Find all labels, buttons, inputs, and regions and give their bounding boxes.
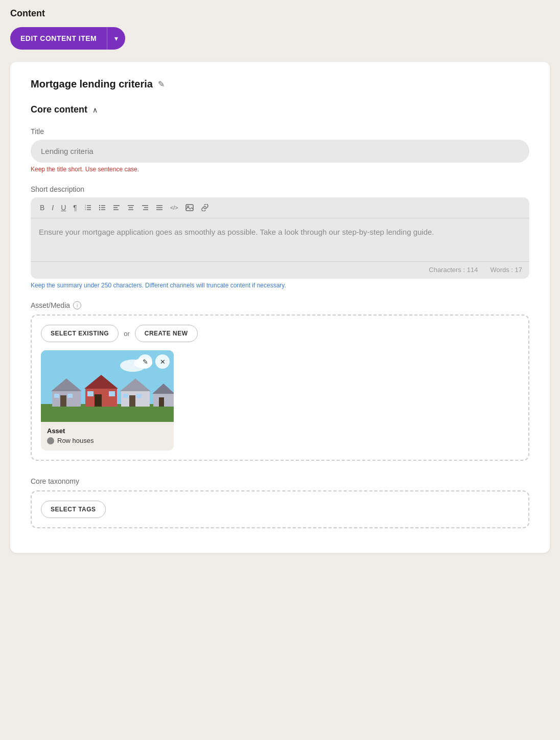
select-tags-button[interactable]: SELECT TAGS — [41, 501, 106, 518]
richtext-footer: Characters : 114 Words : 17 — [31, 261, 529, 279]
ordered-list-button[interactable]: 123 — [82, 203, 94, 213]
section-title: Core content — [31, 104, 87, 115]
characters-stat: Characters : 114 — [429, 266, 478, 274]
asset-status-dot — [47, 437, 54, 444]
asset-edit-button[interactable]: ✎ — [138, 354, 152, 369]
bold-button[interactable]: B — [38, 203, 46, 213]
code-button[interactable]: </> — [168, 204, 180, 212]
link-button[interactable] — [199, 203, 211, 213]
short-description-field-group: Short description B I U ¶ 123 — [31, 185, 529, 289]
richtext-toolbar: B I U ¶ 123 — [31, 197, 529, 218]
asset-media-section: Asset/Media i SELECT EXISTING or CREATE … — [31, 301, 529, 461]
svg-rect-47 — [159, 397, 164, 407]
richtext-editor: B I U ¶ 123 — [31, 197, 529, 279]
svg-rect-33 — [54, 394, 59, 398]
main-card: Mortgage lending criteria ✎ Core content… — [10, 62, 550, 553]
asset-label-row: Asset/Media i — [31, 301, 529, 309]
svg-point-8 — [99, 209, 100, 210]
align-justify-button[interactable] — [154, 203, 165, 213]
chevron-down-icon: ▾ — [107, 34, 125, 42]
asset-name: Row houses — [57, 437, 94, 444]
image-button[interactable] — [183, 203, 196, 213]
paragraph-button[interactable]: ¶ — [71, 203, 79, 213]
asset-remove-button[interactable]: ✕ — [155, 354, 170, 369]
title-label: Title — [31, 127, 529, 136]
edit-content-item-button[interactable]: EDIT CONTENT ITEM ▾ — [10, 27, 125, 50]
asset-image-actions: ✎ ✕ — [138, 354, 170, 369]
taxonomy-label: Core taxonomy — [31, 477, 529, 485]
asset-info: Asset Row houses — [41, 422, 174, 451]
svg-text:3: 3 — [85, 208, 86, 211]
svg-rect-34 — [67, 394, 73, 398]
title-input[interactable] — [31, 140, 529, 163]
align-right-button[interactable] — [139, 203, 151, 213]
title-hint: Keep the title short. Use sentence case. — [31, 166, 529, 173]
chevron-up-icon[interactable]: ∧ — [92, 106, 98, 114]
svg-point-7 — [99, 207, 100, 208]
underline-button[interactable]: U — [59, 203, 68, 213]
svg-rect-39 — [109, 391, 115, 396]
svg-rect-37 — [95, 394, 102, 407]
svg-point-6 — [99, 205, 100, 206]
core-taxonomy-section: Core taxonomy SELECT TAGS — [31, 477, 529, 528]
asset-image: ✎ ✕ — [41, 350, 174, 422]
description-hint: Keep the summary under 250 characters. D… — [31, 282, 529, 289]
page-title: Content — [10, 8, 550, 19]
title-field-group: Title Keep the title short. Use sentence… — [31, 127, 529, 173]
or-text: or — [124, 330, 130, 338]
svg-rect-44 — [136, 394, 142, 398]
create-new-button[interactable]: CREATE NEW — [135, 325, 198, 342]
italic-button[interactable]: I — [50, 203, 56, 213]
svg-rect-38 — [87, 391, 94, 396]
svg-rect-42 — [129, 395, 135, 407]
edit-icon[interactable]: ✎ — [158, 79, 165, 89]
select-existing-button[interactable]: SELECT EXISTING — [41, 325, 119, 342]
asset-label: Asset/Media — [31, 301, 70, 309]
richtext-content[interactable]: Ensure your mortgage application goes as… — [31, 218, 529, 259]
top-bar: EDIT CONTENT ITEM ▾ — [10, 27, 550, 50]
words-stat: Words : 17 — [490, 266, 522, 274]
svg-rect-27 — [41, 404, 174, 422]
short-description-label: Short description — [31, 185, 529, 193]
asset-box: SELECT EXISTING or CREATE NEW — [31, 315, 529, 461]
svg-rect-32 — [60, 395, 66, 407]
svg-rect-43 — [123, 394, 128, 398]
asset-card: ✎ ✕ Asset Row houses — [41, 350, 174, 451]
page-wrapper: Content EDIT CONTENT ITEM ▾ Mortgage len… — [0, 0, 560, 740]
info-icon[interactable]: i — [73, 301, 81, 309]
asset-type-label: Asset — [47, 427, 168, 435]
item-title: Mortgage lending criteria — [31, 78, 153, 90]
taxonomy-box: SELECT TAGS — [31, 490, 529, 528]
align-center-button[interactable] — [125, 203, 136, 213]
unordered-list-button[interactable] — [97, 203, 108, 213]
asset-btn-row: SELECT EXISTING or CREATE NEW — [41, 325, 519, 342]
edit-button-label: EDIT CONTENT ITEM — [10, 34, 107, 42]
item-title-row: Mortgage lending criteria ✎ — [31, 78, 529, 90]
svg-rect-24 — [186, 205, 193, 211]
section-header: Core content ∧ — [31, 104, 529, 115]
asset-name-row: Row houses — [47, 437, 168, 444]
align-left-button[interactable] — [111, 203, 122, 213]
